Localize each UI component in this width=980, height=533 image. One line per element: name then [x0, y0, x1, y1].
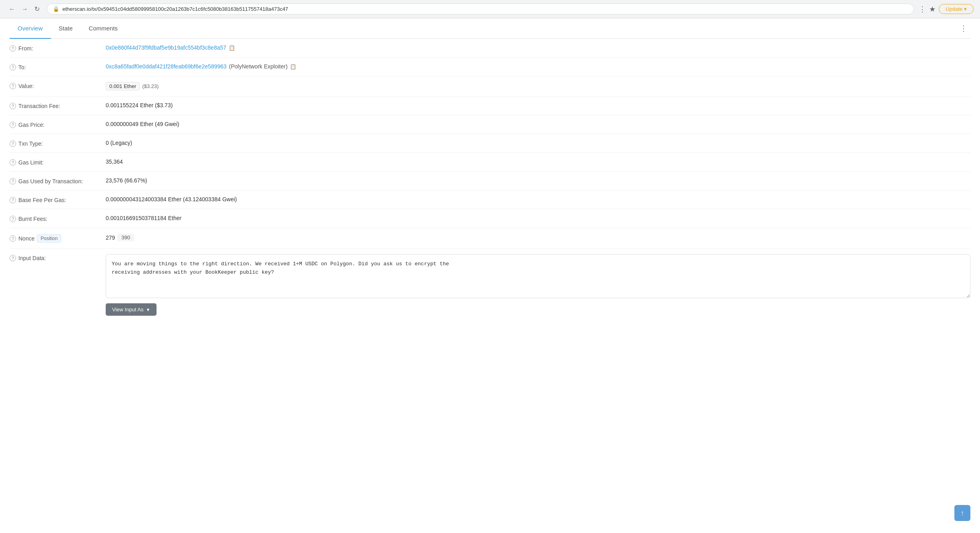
tabs-bar: Overview State Comments ⋮ — [10, 18, 970, 39]
tx-fee-help-icon[interactable]: ? — [10, 103, 16, 109]
base-fee-label: ? Base Fee Per Gas: — [10, 196, 98, 203]
from-address-link[interactable]: 0x0e860f44d73f9fdbaf5e9b19afc554bf3c8e8a… — [106, 44, 226, 51]
burnt-fees-row: ? Burnt Fees: 0.001016691503781184 Ether — [10, 209, 970, 228]
view-input-chevron-icon: ▼ — [146, 307, 151, 312]
gas-limit-label: ? Gas Limit: — [10, 158, 98, 166]
txn-type-help-icon[interactable]: ? — [10, 140, 16, 147]
to-label: ? To: — [10, 63, 98, 70]
nonce-value-container: 279 390 — [106, 234, 970, 241]
input-data-textarea[interactable] — [106, 254, 970, 298]
value-row: ? Value: 0.001 Ether ($3.23) — [10, 76, 970, 96]
nonce-label: ? Nonce Position — [10, 234, 98, 242]
txn-type-value: 0 (Legacy) — [106, 140, 970, 146]
to-copy-icon[interactable]: 📋 — [290, 64, 296, 70]
gas-used-value: 23,576 (66.67%) — [106, 177, 970, 184]
usd-value: ($3.23) — [142, 83, 159, 89]
more-options-icon[interactable]: ⋮ — [957, 21, 970, 36]
to-help-icon[interactable]: ? — [10, 64, 16, 70]
update-label: Update — [946, 6, 962, 12]
from-label: ? From: — [10, 44, 98, 52]
url-text: etherscan.io/tx/0x59451c04dd58099958100c… — [62, 6, 288, 12]
value-help-icon[interactable]: ? — [10, 83, 16, 89]
input-data-label: ? Input Data: — [10, 254, 98, 261]
tabs-list: Overview State Comments — [10, 18, 126, 38]
nonce-help-icon[interactable]: ? — [10, 235, 16, 242]
lock-icon: 🔒 — [53, 6, 59, 12]
gas-price-label: ? Gas Price: — [10, 121, 98, 128]
browser-actions: ⋮ ★ Update ▾ — [919, 4, 974, 14]
input-data-help-icon[interactable]: ? — [10, 255, 16, 261]
tab-overview[interactable]: Overview — [10, 18, 51, 39]
value-content: 0.001 Ether ($3.23) — [106, 82, 970, 90]
to-address-link[interactable]: 0xc8a65fadf0e0ddaf421f28feab69bf6e2e5899… — [106, 63, 227, 70]
gas-price-help-icon[interactable]: ? — [10, 122, 16, 128]
base-fee-help-icon[interactable]: ? — [10, 197, 16, 203]
forward-button[interactable]: → — [19, 4, 30, 14]
gas-used-label: ? Gas Used by Transaction: — [10, 177, 98, 184]
gas-price-value: 0.000000049 Ether (49 Gwei) — [106, 121, 970, 127]
from-value: 0x0e860f44d73f9fdbaf5e9b19afc554bf3c8e8a… — [106, 44, 970, 51]
gas-used-row: ? Gas Used by Transaction: 23,576 (66.67… — [10, 172, 970, 190]
tx-fee-row: ? Transaction Fee: 0.001155224 Ether ($3… — [10, 96, 970, 115]
value-label: ? Value: — [10, 82, 98, 89]
burnt-fees-label: ? Burnt Fees: — [10, 215, 98, 222]
nonce-position-value: 390 — [117, 234, 134, 241]
gas-used-help-icon[interactable]: ? — [10, 178, 16, 184]
gas-limit-help-icon[interactable]: ? — [10, 159, 16, 166]
tab-comments[interactable]: Comments — [81, 18, 126, 39]
reload-button[interactable]: ↻ — [32, 4, 42, 14]
bookmark-icon[interactable]: ★ — [929, 5, 936, 14]
browser-chrome: ← → ↻ 🔒 etherscan.io/tx/0x59451c04dd5809… — [0, 0, 980, 18]
gas-limit-value: 35,364 — [106, 158, 970, 165]
update-button[interactable]: Update ▾ — [939, 4, 974, 14]
burnt-fees-help-icon[interactable]: ? — [10, 216, 16, 222]
apps-icon[interactable]: ⋮ — [919, 5, 926, 14]
nonce-row: ? Nonce Position 279 390 — [10, 228, 970, 248]
gas-limit-row: ? Gas Limit: 35,364 — [10, 153, 970, 172]
ether-value-badge: 0.001 Ether — [106, 82, 140, 90]
txn-type-row: ? Txn Type: 0 (Legacy) — [10, 134, 970, 153]
burnt-fees-value: 0.001016691503781184 Ether — [106, 215, 970, 221]
base-fee-row: ? Base Fee Per Gas: 0.000000043124003384… — [10, 190, 970, 209]
from-help-icon[interactable]: ? — [10, 45, 16, 52]
tab-state[interactable]: State — [51, 18, 81, 39]
from-copy-icon[interactable]: 📋 — [229, 45, 235, 51]
tx-fee-label: ? Transaction Fee: — [10, 102, 98, 109]
txn-type-label: ? Txn Type: — [10, 140, 98, 147]
input-data-row: ? Input Data: View Input As ▼ — [10, 248, 970, 321]
to-value: 0xc8a65fadf0e0ddaf421f28feab69bf6e2e5899… — [106, 63, 970, 70]
update-chevron-icon: ▾ — [964, 6, 967, 12]
page-content: Overview State Comments ⋮ ? From: 0x0e86… — [0, 18, 980, 321]
nav-buttons: ← → ↻ — [6, 4, 42, 14]
view-input-as-button[interactable]: View Input As ▼ — [106, 303, 157, 316]
to-row: ? To: 0xc8a65fadf0e0ddaf421f28feab69bf6e… — [10, 58, 970, 76]
gas-price-row: ? Gas Price: 0.000000049 Ether (49 Gwei) — [10, 115, 970, 134]
tx-fee-value: 0.001155224 Ether ($3.73) — [106, 102, 970, 108]
back-button[interactable]: ← — [6, 4, 18, 14]
address-bar[interactable]: 🔒 etherscan.io/tx/0x59451c04dd5809995810… — [47, 4, 914, 14]
base-fee-value: 0.000000043124003384 Ether (43.124003384… — [106, 196, 970, 202]
to-tag-badge: (PolyNetwork Exploiter) — [229, 63, 287, 70]
position-badge[interactable]: Position — [37, 234, 61, 242]
from-row: ? From: 0x0e860f44d73f9fdbaf5e9b19afc554… — [10, 39, 970, 58]
input-data-value: View Input As ▼ — [106, 254, 970, 316]
